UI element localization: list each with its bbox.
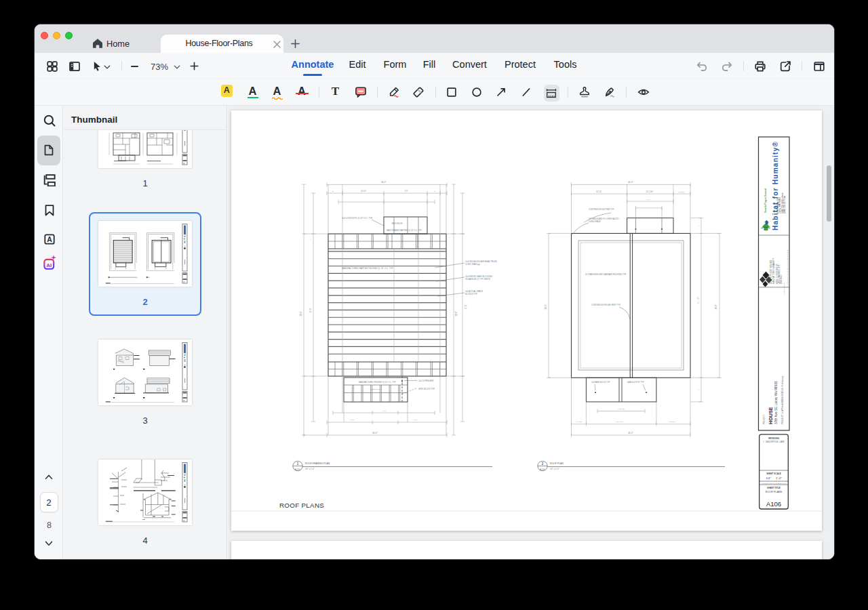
svg-text:14′-10″: 14′-10″ xyxy=(361,190,366,192)
svg-text:SHEET TITLE: SHEET TITLE xyxy=(767,487,781,489)
svg-text:W/ BAFFLES @ TYP. VENTS: W/ BAFFLES @ TYP. VENTS xyxy=(465,278,490,281)
svg-text:A WORKING TOGETHER IN PARTNERS: A WORKING TOGETHER IN PARTNERSHIP BLDG xyxy=(787,249,788,285)
svg-text:1/4″ 1′-0″: 1/4″ 1′-0″ xyxy=(766,476,782,480)
svg-text:ROOF FRAMING PLAN: ROOF FRAMING PLAN xyxy=(305,462,330,465)
svg-text:SHEET SCALE: SHEET SCALE xyxy=(766,472,781,475)
svg-text:A-201: A-201 xyxy=(295,468,300,471)
svg-text:36′-0″: 36′-0″ xyxy=(372,432,378,434)
svg-text:2′: 2′ xyxy=(310,239,311,240)
svg-text:REVISIONS: REVISIONS xyxy=(768,437,779,440)
svg-text:4′-10″: 4′-10″ xyxy=(350,419,354,421)
svg-text:A: A xyxy=(47,235,52,243)
svg-text:HABITAT FOR HUMANITY: HABITAT FOR HUMANITY xyxy=(772,258,775,284)
svg-text:24′-0″: 24′-0″ xyxy=(465,305,467,310)
svg-text:CONTINUOUS RIDGE VENT TYP.: CONTINUOUS RIDGE VENT TYP. xyxy=(591,304,620,306)
svg-text:MANUFACTURED RAFTER TRUSSES @: MANUFACTURED RAFTER TRUSSES @ 24″ O.C. T… xyxy=(342,267,393,270)
svg-text:LIVING SPACE: LIVING SPACE xyxy=(589,220,601,223)
svg-text:(360) 956-3197 fax: (360) 956-3197 fax xyxy=(783,195,786,214)
svg-text:28′-0″: 28′-0″ xyxy=(545,304,547,309)
svg-text:40′-0″: 40′-0″ xyxy=(628,181,633,184)
svg-text:LACEY, WA 98503-1049: LACEY, WA 98503-1049 xyxy=(778,264,781,284)
svg-text:24′-0″: 24′-0″ xyxy=(309,308,312,313)
svg-text:8′-1″: 8′-1″ xyxy=(414,419,418,421)
svg-text:OPEN 2x4 PAT.: OPEN 2x4 PAT. xyxy=(371,388,382,390)
svg-text:ROOF PLAN: ROOF PLAN xyxy=(550,462,564,465)
svg-text:37th Ave SE Lacey Wa 98503: 37th Ave SE Lacey Wa 98503 xyxy=(774,381,778,424)
svg-text:PATIO ROOF: PATIO ROOF xyxy=(392,222,403,225)
svg-text:7′-6″: 7′-6″ xyxy=(647,199,650,201)
svg-text:BLOCKS TYP.: BLOCKS TYP. xyxy=(465,293,477,296)
svg-text:1: 1 xyxy=(297,462,299,466)
svg-text:7′-6″: 7′-6″ xyxy=(383,410,387,412)
svg-text:VENT BLOCK TYP.: VENT BLOCK TYP. xyxy=(418,388,435,390)
svg-text:CLIENT: HOUSE: CLIENT: HOUSE xyxy=(783,283,785,295)
svg-text:1/4″ = 1′-0″: 1/4″ = 1′-0″ xyxy=(550,468,559,470)
svg-text:CONTINUOUS GUTTER TYP.: CONTINUOUS GUTTER TYP. xyxy=(589,208,614,211)
svg-text:AS NOTED ON DWG SHEETS U.N.O.: AS NOTED ON DWG SHEETS U.N.O. xyxy=(761,483,787,484)
svg-text:(360) 956-3: (360) 956-3 xyxy=(780,274,783,284)
svg-text:2: 2 xyxy=(542,462,544,466)
svg-text:7′-6″: 7′-6″ xyxy=(404,190,408,192)
svg-text:AI: AI xyxy=(46,262,52,268)
svg-text:A106: A106 xyxy=(766,500,781,508)
svg-text:A-201: A-201 xyxy=(540,468,545,471)
svg-text:1′-1 1/8″: 1′-1 1/8″ xyxy=(576,421,583,422)
svg-text:MANUFACTURED TRUSSES @ 24″ O.C: MANUFACTURED TRUSSES @ 24″ O.C. TYP. xyxy=(359,381,396,384)
svg-text:4′-10 1/2″: 4′-10 1/2″ xyxy=(618,408,625,410)
svg-text:8′-5 1/2″: 8′-5 1/2″ xyxy=(669,421,675,423)
svg-text:1/4″ = 1′-0″: 1/4″ = 1′-0″ xyxy=(305,468,315,470)
svg-text:36′-0″: 36′-0″ xyxy=(381,181,387,184)
svg-text:28′-0″: 28′-0″ xyxy=(455,311,458,316)
svg-text:40′-0″: 40′-0″ xyxy=(628,432,633,434)
svg-text:5′-1 3/8″: 5′-1 3/8″ xyxy=(679,191,685,193)
svg-text:2′: 2′ xyxy=(698,225,699,226)
svg-text:13′-3 3/4″: 13′-3 3/4″ xyxy=(616,421,624,423)
svg-text:2x4 LOOKOUTS @ 24″ O.C. TYP.: 2x4 LOOKOUTS @ 24″ O.C. TYP. xyxy=(342,217,373,220)
svg-text:ROOF PLANS: ROOF PLANS xyxy=(766,491,783,493)
svg-text:PROJECT #: APN# 4210864 S: PROJECT #: APN# 4210864 STATUS: Prelimin… xyxy=(781,375,784,424)
svg-text:3/4″ EAGLE AND PLY OVER VAULTS: 3/4″ EAGLE AND PLY OVER VAULTS / xyxy=(589,218,620,220)
svg-text:PROJECT:: PROJECT: xyxy=(763,414,766,424)
svg-text:HOUSE: HOUSE xyxy=(768,407,774,424)
svg-text:20 YEAR HIGH DEF LAMINATE ROOF: 20 YEAR HIGH DEF LAMINATE ROOFING TYP. xyxy=(585,273,627,276)
svg-text:ROOF PLANS: ROOF PLANS xyxy=(279,502,324,509)
svg-text:14′-10″: 14′-10″ xyxy=(596,190,601,193)
svg-text:28′-0″: 28′-0″ xyxy=(715,304,717,309)
svg-text:# DESCRIPTION DATE: # DESCRIPTION DATE xyxy=(763,441,785,443)
svg-text:South Puget Sound: South Puget Sound xyxy=(764,188,767,213)
svg-text:HAND FRAMED RAFTERS @ 24″ O.C.: HAND FRAMED RAFTERS @ 24″ O.C. TYP. xyxy=(387,229,422,232)
svg-text:GABLE & POST TYP.: GABLE & POST TYP. xyxy=(627,381,644,384)
svg-text:@ MID SPAN typ.: @ MID SPAN typ. xyxy=(465,263,480,266)
svg-text:2x4 RAKE BLOCK TYP.: 2x4 RAKE BLOCK TYP. xyxy=(591,381,610,384)
svg-text:28′-0″: 28′-0″ xyxy=(300,311,302,316)
svg-text:2x4 OUTRIGGER: 2x4 OUTRIGGER xyxy=(418,380,433,382)
svg-text:4′-1 1/4″: 4′-1 1/4″ xyxy=(697,297,700,304)
svg-text:2′: 2′ xyxy=(332,190,334,192)
svg-text:Habitat for Humanity®: Habitat for Humanity® xyxy=(772,142,779,230)
svg-text:ADDR: 4210 6TH AVE SE: ADDR: 4210 6TH AVE SE xyxy=(776,264,778,284)
svg-text:2′: 2′ xyxy=(434,190,435,192)
svg-text:2′: 2′ xyxy=(698,389,699,390)
svg-text:10′-1 3/4″: 10′-1 3/4″ xyxy=(646,190,654,193)
